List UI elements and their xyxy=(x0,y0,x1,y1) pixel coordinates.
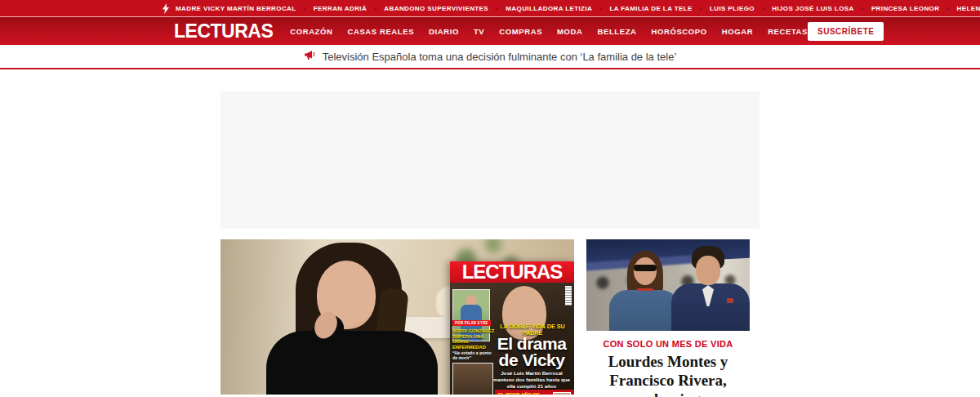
nav-item-corazon[interactable]: CORAZÓN xyxy=(290,27,332,36)
cover-title: El drama de Vicky xyxy=(490,336,573,368)
necklace-decor xyxy=(637,288,653,291)
main-content: Lecturas POR PILAR EYRE JORDI GONZÁLEZ S… xyxy=(220,91,760,397)
article-kicker[interactable]: CON SOLO UN MES DE VIDA xyxy=(586,339,750,349)
cover-strip-title: EL PEOR AÑO DE MASSIEL xyxy=(498,392,550,395)
article-card-vicky: Lecturas POR PILAR EYRE JORDI GONZÁLEZ S… xyxy=(220,239,574,397)
article-card-lourdes: CON SOLO UN MES DE VIDA Lourdes Montes y… xyxy=(586,239,750,397)
trending-item[interactable]: HELEN MIRREN xyxy=(939,5,980,12)
nav-item-recetas[interactable]: RECETAS xyxy=(768,27,808,36)
cover-strip-text: EL PEOR AÑO DE MASSIEL Lucha contra su c… xyxy=(498,392,550,395)
trending-item[interactable]: MADRE VICKY MARTÍN BERROCAL xyxy=(176,5,296,12)
article-headline[interactable]: Lourdes Montes y Francisco Rivera, preoc… xyxy=(586,352,750,397)
cover-side-headline: JORDI GONZÁLEZ SUPERA UNA GRAVE ENFERMED… xyxy=(452,328,495,350)
flash-icon xyxy=(163,3,169,14)
cover-subtitle: José Luis Martín Berrocal mantuvo dos fa… xyxy=(490,370,573,390)
cover-bottom-strip: EL PEOR AÑO DE MASSIEL Lucha contra su c… xyxy=(495,390,574,395)
article-grid: Lecturas POR PILAR EYRE JORDI GONZÁLEZ S… xyxy=(220,239,760,397)
cover-barcode xyxy=(565,286,572,306)
trending-item[interactable]: ABANDONO SUPERVIVIENTES xyxy=(367,5,488,12)
vicky-article-image[interactable]: Lecturas POR PILAR EYRE JORDI GONZÁLEZ S… xyxy=(220,239,574,395)
man-face xyxy=(696,256,720,285)
cover-author-tag: POR PILAR EYRE xyxy=(452,320,491,326)
subscribe-button[interactable]: SUSCRÍBETE xyxy=(808,22,884,41)
nav-item-hogar[interactable]: HOGAR xyxy=(722,27,753,36)
nav-item-compras[interactable]: COMPRAS xyxy=(499,27,542,36)
woman-face xyxy=(634,257,657,285)
page: MADRE VICKY MARTÍN BERROCAL FERRAN ADRIÁ… xyxy=(0,0,980,397)
nav-item-horoscopo[interactable]: HORÓSCOPO xyxy=(652,27,707,36)
trending-item[interactable]: HIJOS JOSÉ LUIS LOSA xyxy=(755,5,854,12)
trending-item[interactable]: PRINCESA LEONOR xyxy=(854,5,940,12)
cover-side-quote: “He estado a punto de morir” xyxy=(452,350,495,360)
trending-item[interactable]: LUIS PLIEGO xyxy=(693,5,755,12)
trending-list: MADRE VICKY MARTÍN BERROCAL FERRAN ADRIÁ… xyxy=(176,5,980,12)
breaking-link[interactable]: Televisión Española toma una decisión fu… xyxy=(323,51,677,63)
cover-masthead: Lecturas xyxy=(450,261,574,283)
cover-title-line2: de Vicky xyxy=(490,352,573,368)
nav-item-casas-reales[interactable]: CASAS REALES xyxy=(347,27,414,36)
cover-photo-group: LOS HIJOS DE xyxy=(452,363,493,395)
trending-item[interactable]: LA FAMILIA DE LA TELE xyxy=(592,5,693,12)
breaking-bar: Televisión Española toma una decisión fu… xyxy=(0,45,980,69)
trending-item[interactable]: FERRAN ADRIÁ xyxy=(296,5,368,12)
nav-item-diario[interactable]: DIARIO xyxy=(429,27,459,36)
cover-title-line1: El drama xyxy=(490,336,573,352)
nav-item-tv[interactable]: TV xyxy=(474,27,484,36)
main-navbar: Lecturas CORAZÓN CASAS REALES DIARIO TV … xyxy=(0,16,980,45)
logo[interactable]: Lecturas xyxy=(174,20,273,42)
pocket-square-decor xyxy=(727,298,733,303)
cover-strip-photo xyxy=(553,392,571,395)
trending-item[interactable]: MAQUILLADORA LETIZIA xyxy=(488,5,592,12)
nav-item-moda[interactable]: MODA xyxy=(557,27,582,36)
trending-bar: MADRE VICKY MARTÍN BERROCAL FERRAN ADRIÁ… xyxy=(0,0,980,16)
megaphone-icon xyxy=(304,49,316,64)
magazine-cover: Lecturas POR PILAR EYRE JORDI GONZÁLEZ S… xyxy=(450,261,574,395)
ad-placeholder xyxy=(220,91,760,229)
lourdes-article-image[interactable] xyxy=(586,239,750,331)
woman-denim-jacket xyxy=(609,290,679,331)
main-nav-list: CORAZÓN CASAS REALES DIARIO TV COMPRAS M… xyxy=(290,27,808,36)
sunglasses-decor xyxy=(634,265,657,271)
nav-item-belleza[interactable]: BELLEZA xyxy=(598,27,637,36)
